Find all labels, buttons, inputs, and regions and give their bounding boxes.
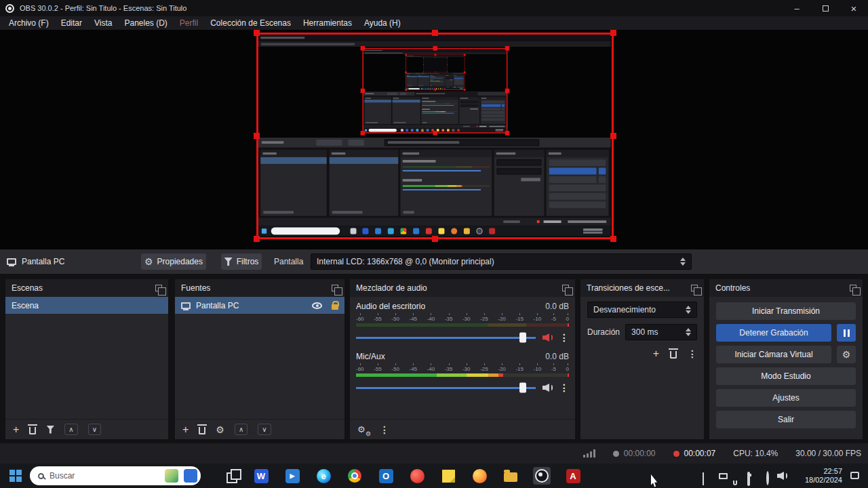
- move-source-down-button[interactable]: ∨: [258, 424, 271, 435]
- add-scene-button[interactable]: +: [13, 424, 19, 435]
- spinner-icon[interactable]: [675, 258, 686, 266]
- tray-battery-icon[interactable]: [747, 472, 750, 486]
- menu-item[interactable]: Perfil: [174, 18, 204, 28]
- scene-item[interactable]: Escena: [5, 297, 168, 314]
- transition-options-kebab[interactable]: ⋮: [688, 348, 697, 359]
- resize-handle[interactable]: [610, 30, 616, 36]
- menu-item[interactable]: Editar: [55, 18, 88, 28]
- search-highlight-icon[interactable]: [165, 469, 178, 483]
- minimize-button[interactable]: –: [783, 0, 811, 16]
- speaker-icon[interactable]: [542, 384, 553, 392]
- display-select[interactable]: Internal LCD: 1366x768 @ 0,0 (Monitor pr…: [311, 253, 692, 270]
- mute-speaker-icon[interactable]: [542, 333, 553, 342]
- resize-handle[interactable]: [254, 236, 260, 242]
- tray-display-icon[interactable]: [719, 473, 728, 479]
- spinner-icon[interactable]: [680, 306, 691, 314]
- volume-slider[interactable]: [356, 337, 536, 339]
- taskbar-app-obs[interactable]: [533, 467, 551, 485]
- start-streaming-button[interactable]: Iniciar Transmisión: [716, 302, 856, 320]
- settings-button[interactable]: Ajustes: [716, 389, 856, 407]
- stop-recording-button[interactable]: Detener Grabación: [716, 324, 831, 342]
- virtual-camera-settings-button[interactable]: ⚙: [837, 346, 856, 363]
- taskbar-app-edge[interactable]: e: [315, 467, 332, 485]
- transition-select[interactable]: Desvanecimiento: [587, 302, 697, 318]
- taskbar-app-word[interactable]: W: [252, 467, 270, 485]
- resize-handle[interactable]: [610, 133, 616, 139]
- start-virtual-camera-button[interactable]: Iniciar Cámara Virtual: [716, 346, 831, 363]
- start-button[interactable]: [9, 470, 22, 482]
- resize-handle[interactable]: [432, 236, 438, 242]
- menu-item[interactable]: Vista: [88, 18, 118, 28]
- taskbar-app-firefox[interactable]: [471, 467, 488, 485]
- volume-slider-handle[interactable]: [519, 383, 526, 393]
- taskbar-app-sticky-notes[interactable]: [439, 467, 457, 485]
- menu-item[interactable]: Colección de Escenas: [204, 18, 297, 28]
- visibility-eye-icon[interactable]: [312, 302, 322, 309]
- resize-handle[interactable]: [610, 236, 616, 242]
- spinner-icon[interactable]: [680, 328, 691, 336]
- volume-meter: [356, 323, 569, 327]
- task-view-icon[interactable]: [226, 469, 240, 483]
- advanced-audio-gears-icon[interactable]: ⚙⚙: [357, 424, 370, 435]
- add-source-button[interactable]: +: [182, 424, 189, 435]
- volume-slider[interactable]: [356, 387, 536, 389]
- maximize-button[interactable]: [811, 0, 840, 16]
- move-source-up-button[interactable]: ∧: [235, 424, 248, 435]
- tray-chevron-icon[interactable]: [703, 474, 704, 486]
- db-scale: -60-55-50-45-40-35-30-25-20-15-10-50: [356, 316, 569, 322]
- add-transition-button[interactable]: +: [653, 348, 659, 359]
- exit-button[interactable]: Salir: [716, 411, 856, 428]
- taskbar-app-chrome[interactable]: [346, 467, 363, 485]
- popout-dock-icon[interactable]: [850, 285, 856, 291]
- tray-volume-icon[interactable]: [777, 472, 787, 480]
- source-properties-button[interactable]: ⚙: [216, 425, 224, 434]
- mixer-options-kebab[interactable]: ⋮: [380, 424, 389, 435]
- taskbar-app-media[interactable]: ▶: [283, 467, 301, 485]
- scene-filters-button[interactable]: [46, 426, 54, 434]
- menu-item[interactable]: Herramientas: [297, 18, 358, 28]
- taskbar-app-outlook[interactable]: O: [377, 467, 395, 485]
- volume-slider-handle[interactable]: [519, 333, 526, 343]
- move-scene-up-button[interactable]: ∧: [64, 424, 77, 435]
- tray-network-icon[interactable]: [766, 471, 769, 485]
- move-scene-down-button[interactable]: ∨: [88, 424, 101, 435]
- duration-spinbox[interactable]: 300 ms: [625, 324, 697, 340]
- transitions-panel-header: Transiciones de esce...: [580, 279, 704, 297]
- remove-source-button[interactable]: [199, 427, 205, 434]
- search-badge-icon[interactable]: [184, 469, 197, 483]
- popout-dock-icon[interactable]: [332, 285, 338, 291]
- resize-handle[interactable]: [254, 133, 260, 139]
- resize-handle[interactable]: [254, 30, 260, 36]
- source-item[interactable]: Pantalla PC: [175, 297, 344, 314]
- menu-item[interactable]: Archivo (F): [3, 18, 55, 28]
- notification-center-icon[interactable]: [850, 472, 859, 479]
- popout-dock-icon[interactable]: [562, 285, 569, 291]
- acrobat-icon: A: [566, 469, 580, 483]
- taskbar-app-file-explorer[interactable]: [502, 467, 519, 485]
- properties-button[interactable]: ⚙ Propiedades: [141, 253, 206, 270]
- remove-scene-button[interactable]: [29, 427, 36, 434]
- close-button[interactable]: ×: [840, 0, 868, 16]
- taskbar-clock[interactable]: 22:57 18/02/2024: [792, 467, 842, 485]
- remove-transition-button[interactable]: [670, 351, 677, 359]
- channel-options-kebab[interactable]: ⋮: [559, 382, 569, 393]
- resize-handle[interactable]: [432, 30, 438, 36]
- mini-titlebar: [406, 55, 465, 56]
- studio-mode-button[interactable]: Modo Estudio: [716, 367, 856, 385]
- lock-icon[interactable]: [332, 304, 338, 310]
- popout-dock-icon[interactable]: [691, 285, 698, 291]
- menu-item[interactable]: Ayuda (H): [358, 18, 407, 28]
- popout-dock-icon[interactable]: [155, 285, 162, 291]
- channel-options-kebab[interactable]: ⋮: [559, 332, 569, 343]
- db-scale-label: -60: [356, 316, 364, 322]
- controls-panel: Controles Iniciar Transmisión Detener Gr…: [709, 279, 863, 439]
- screen-capture-source[interactable]: [256, 33, 614, 239]
- filters-button[interactable]: Filtros: [221, 253, 262, 270]
- taskbar-app-red[interactable]: [408, 467, 426, 485]
- preview-canvas[interactable]: [0, 30, 868, 249]
- pause-recording-button[interactable]: [837, 324, 856, 342]
- search-input[interactable]: Buscar: [30, 466, 201, 485]
- db-scale-label: -35: [445, 366, 453, 372]
- menu-item[interactable]: Paneles (D): [119, 18, 174, 28]
- taskbar-app-acrobat[interactable]: A: [564, 467, 582, 485]
